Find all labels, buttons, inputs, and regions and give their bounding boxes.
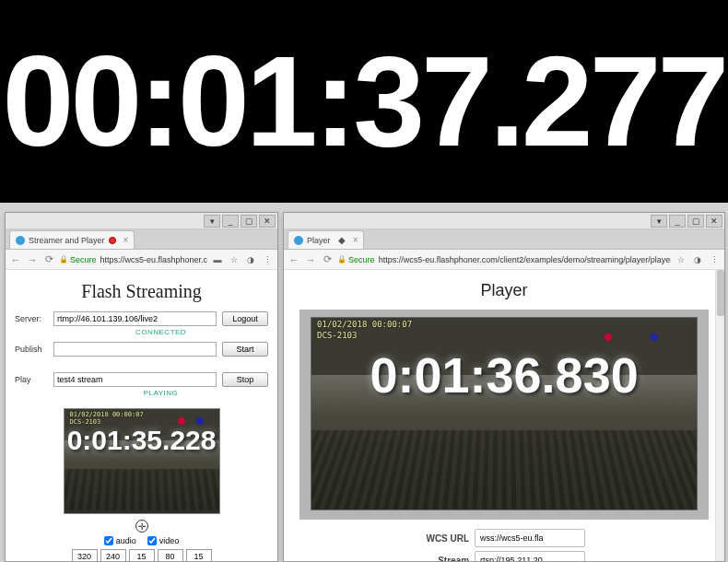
keyframe-input[interactable] bbox=[186, 549, 212, 561]
main-timer-banner: 00:01:37.277 bbox=[0, 0, 728, 203]
wcs-row: WCS URL bbox=[423, 529, 585, 547]
video-timer-overlay: 0:01:35.228 bbox=[67, 425, 217, 456]
height-input[interactable] bbox=[100, 549, 126, 561]
publish-row: Publish Start bbox=[15, 342, 268, 357]
video-player-large[interactable]: 01/02/2018 00:00:07 DCS-2103 0:01:36.830 bbox=[311, 317, 698, 510]
stop-button[interactable]: Stop bbox=[222, 372, 268, 387]
tab-streamer[interactable]: Streamer and Player × bbox=[9, 230, 135, 249]
menu-icon[interactable]: ⋮ bbox=[708, 255, 721, 264]
main-timer-text: 00:01:37.277 bbox=[3, 37, 726, 166]
stream-label: Stream bbox=[423, 556, 469, 562]
back-icon[interactable]: ← bbox=[9, 254, 22, 265]
audio-checkbox[interactable] bbox=[104, 536, 113, 545]
reload-icon[interactable]: ⟳ bbox=[42, 253, 55, 265]
server-status: CONNECTED bbox=[135, 328, 186, 336]
publish-label: Publish bbox=[15, 345, 48, 354]
play-status: PLAYING bbox=[144, 389, 179, 397]
forward-icon[interactable]: → bbox=[304, 254, 317, 265]
stream-input[interactable] bbox=[475, 551, 585, 561]
titlebar-left: ▾ _ ▢ ✕ bbox=[6, 213, 277, 229]
favicon-icon bbox=[294, 236, 303, 245]
quality-input[interactable] bbox=[158, 549, 183, 561]
favicon-icon bbox=[16, 236, 25, 245]
wcs-label: WCS URL bbox=[423, 533, 469, 544]
menu-icon[interactable]: ⋮ bbox=[261, 255, 274, 264]
window-maximize-button[interactable]: ▢ bbox=[687, 215, 704, 228]
fps-input[interactable] bbox=[129, 549, 155, 561]
video-preview-small[interactable]: 01/02/2018 00:00:07 DCS-2103 0:01:35.228 bbox=[64, 408, 220, 514]
star-icon[interactable]: ☆ bbox=[228, 255, 241, 264]
width-input[interactable] bbox=[72, 549, 98, 561]
stream-row: Stream bbox=[423, 551, 585, 561]
back-icon[interactable]: ← bbox=[288, 254, 300, 265]
page-title: Player bbox=[481, 281, 528, 300]
page-title: Flash Streaming bbox=[81, 281, 202, 302]
window-close-button[interactable]: ✕ bbox=[259, 215, 276, 228]
lock-icon: Secure bbox=[59, 255, 97, 264]
browser-window-left: ▾ _ ▢ ✕ Streamer and Player × ← → ⟳ Secu… bbox=[5, 212, 278, 562]
server-row: Server: Logout bbox=[15, 311, 268, 326]
logout-button[interactable]: Logout bbox=[222, 311, 268, 326]
url-text[interactable]: https://wcs5-eu.flashphoner.c bbox=[100, 255, 208, 264]
video-camera-id: DCS-2103 bbox=[317, 331, 357, 340]
tabbar-right: Player ◆ × bbox=[284, 229, 724, 250]
publish-input[interactable] bbox=[53, 342, 217, 357]
tab-close-icon[interactable]: × bbox=[353, 235, 358, 245]
tab-close-icon[interactable]: × bbox=[123, 235, 129, 245]
play-input[interactable] bbox=[53, 372, 217, 387]
checkbox-row: audio video bbox=[104, 536, 180, 545]
content-right: Player 01/02/2018 00:00:07 DCS-2103 0:01… bbox=[284, 270, 724, 561]
star-icon[interactable]: ☆ bbox=[675, 255, 687, 264]
window-minimize-button[interactable]: _ bbox=[222, 215, 239, 228]
play-label: Play bbox=[15, 375, 48, 384]
tabbar-left: Streamer and Player × bbox=[6, 229, 277, 250]
windows-container: ▾ _ ▢ ✕ Streamer and Player × ← → ⟳ Secu… bbox=[0, 207, 728, 562]
num-row bbox=[72, 549, 212, 561]
address-bar-right: ← → ⟳ Secure https://wcs5-eu.flashphoner… bbox=[284, 250, 724, 270]
video-timer-overlay: 0:01:36.830 bbox=[370, 346, 638, 404]
play-row: Play Stop bbox=[15, 372, 268, 387]
chat-icon[interactable]: ▬ bbox=[211, 255, 224, 264]
browser-window-right: ▾ _ ▢ ✕ Player ◆ × ← → ⟳ Secure https://… bbox=[283, 212, 725, 562]
window-close-button[interactable]: ✕ bbox=[706, 215, 722, 228]
address-bar-left: ← → ⟳ Secure https://wcs5-eu.flashphoner… bbox=[6, 250, 277, 270]
lock-icon: Secure bbox=[337, 255, 375, 264]
window-maximize-button[interactable]: ▢ bbox=[241, 215, 257, 228]
server-input[interactable] bbox=[53, 311, 217, 326]
tab-title: Streamer and Player bbox=[29, 236, 105, 245]
forward-icon[interactable]: → bbox=[26, 254, 39, 265]
titlebar-right: ▾ _ ▢ ✕ bbox=[284, 213, 724, 229]
video-timestamp: 01/02/2018 00:00:07 bbox=[70, 411, 144, 418]
window-icon-user[interactable]: ▾ bbox=[204, 215, 220, 228]
server-label: Server: bbox=[15, 314, 48, 323]
video-checkbox-label[interactable]: video bbox=[147, 536, 180, 545]
audio-checkbox-label[interactable]: audio bbox=[104, 536, 136, 545]
tab-title: Player bbox=[307, 236, 331, 245]
video-timestamp: 01/02/2018 00:00:07 bbox=[317, 320, 412, 329]
player-form: WCS URL Stream bbox=[423, 529, 585, 561]
content-inner-right: Player 01/02/2018 00:00:07 DCS-2103 0:01… bbox=[284, 270, 724, 561]
video-frame-wrap: 01/02/2018 00:00:07 DCS-2103 0:01:36.830 bbox=[299, 310, 709, 520]
window-minimize-button[interactable]: _ bbox=[669, 215, 686, 228]
ext-icon[interactable]: ◑ bbox=[691, 255, 704, 264]
tab-pin-icon[interactable]: ◆ bbox=[338, 235, 346, 245]
window-icon-user[interactable]: ▾ bbox=[651, 215, 667, 228]
start-button[interactable]: Start bbox=[222, 342, 268, 357]
video-checkbox[interactable] bbox=[147, 536, 157, 545]
crosshair-icon[interactable]: ✛ bbox=[135, 520, 148, 533]
content-left: Flash Streaming Server: Logout CONNECTED… bbox=[6, 270, 277, 561]
ext-icon[interactable]: ◑ bbox=[244, 255, 257, 264]
recording-icon bbox=[109, 237, 116, 244]
content-inner-left: Flash Streaming Server: Logout CONNECTED… bbox=[6, 270, 277, 561]
tab-player[interactable]: Player ◆ × bbox=[288, 230, 364, 249]
scrollbar[interactable] bbox=[715, 270, 724, 561]
wcs-url-input[interactable] bbox=[475, 529, 585, 547]
reload-icon[interactable]: ⟳ bbox=[321, 253, 334, 265]
publish-status bbox=[159, 358, 162, 367]
url-text[interactable]: https://wcs5-eu.flashphoner.com/client2/… bbox=[379, 255, 671, 264]
